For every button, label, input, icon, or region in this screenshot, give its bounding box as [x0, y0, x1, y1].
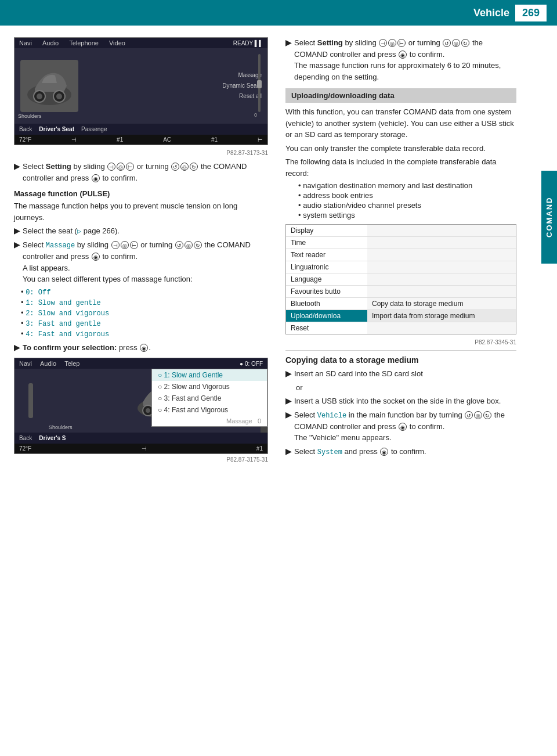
row-favourites: Favourites butto [286, 286, 516, 298]
massage-function-heading: Massage function (PULSE) [14, 189, 268, 198]
vehicle-code: Vehicle [317, 412, 346, 420]
bullet-select-massage: ▶ Select Massage by sliding ⊣◎⊢ or turni… [14, 239, 268, 285]
screenshot2-shoulder: Shoulders [49, 424, 73, 430]
row-upload-download: Upload/downloa Import data from storage … [286, 310, 516, 322]
shoulder-label: Shoulders [18, 113, 42, 119]
dropdown-item-1[interactable]: ○ 1: Slow and Gentle [152, 369, 267, 381]
data-bullets: • navigation destination memory and last… [291, 181, 516, 219]
settings-table-caption: P82.87-3345-31 [285, 339, 516, 345]
screenshot1: Navi Audio Telephone Video READY ▌▌ [14, 37, 268, 145]
row-language: Language [286, 273, 516, 286]
screenshot1-right-labels: Massage Dynamic Sea... Reset all [222, 70, 262, 102]
bullet-select-seat: ▶ Select the seat (▷ page 266). [14, 225, 268, 237]
upload-intro2: You can only transfer the complete trans… [285, 143, 516, 154]
upload-intro1: With this function, you can transfer COM… [285, 106, 516, 141]
dropdown-massage-label: Massage 0 [152, 416, 267, 426]
system-code: System [317, 448, 342, 456]
arrow-icon4: ▶ [14, 342, 20, 354]
arrow-icon-c1: ▶ [285, 368, 291, 380]
massage-code: Massage [46, 242, 75, 250]
bullet-nav: • navigation destination memory and last… [298, 181, 516, 190]
screenshot1-status: READY ▌▌ [233, 40, 263, 46]
dropdown-item-2[interactable]: ○ 2: Slow and Vigorous [152, 381, 267, 393]
setting-bold: Setting [46, 162, 71, 171]
copy-heading: Copying data to a storage medium [285, 355, 516, 365]
massage-intro: The massage function helps you to preven… [14, 200, 268, 223]
svg-point-3 [37, 93, 42, 99]
copy-step4: ▶ Select System and press ◉ to confirm. [285, 446, 516, 458]
list-item-4: • 4: Fast and vigorous [21, 329, 268, 339]
row-text-reader: Text reader [286, 249, 516, 261]
row-reset: Reset [286, 322, 516, 334]
nav-video: Video [109, 39, 125, 46]
right-column: ▶ Select Setting by sliding ⊣◎⊢ or turni… [278, 37, 545, 467]
list-item-3: • 3: Fast and gentle [21, 319, 268, 328]
slider-handle [257, 80, 262, 88]
copy-section-line [285, 350, 516, 351]
dropdown-menu[interactable]: ○ 1: Slow and Gentle ○ 2: Slow and Vigor… [151, 369, 267, 427]
arrow-icon-c4: ▶ [285, 446, 291, 458]
dropdown-item-4[interactable]: ○ 4: Fast and Vigorous [152, 404, 267, 416]
screenshot1-nav: Navi Audio Telephone Video READY ▌▌ [15, 38, 267, 48]
screenshot1-status-bar: 72°F ⊣ #1 AC #1 ⊢ [15, 135, 267, 145]
page-header: Vehicle 269 [0, 0, 557, 26]
page-number: 269 [515, 5, 547, 21]
list-item-2: • 2: Slow and vigorous [21, 308, 268, 318]
bullet-audio: • audio station/video channel presets [298, 201, 516, 210]
list-item-0: • 0: Off [21, 287, 268, 297]
arrow-icon3: ▶ [14, 239, 20, 285]
footer-driver-seat: Driver's Seat [39, 126, 74, 132]
screenshot1-body: Massage Dynamic Sea... Reset all 0 Shoul… [15, 48, 267, 124]
screenshot2-footer: Back Driver's S [15, 433, 267, 444]
massage-list: • 0: Off • 1: Slow and gentle • 2: Slow … [14, 287, 268, 339]
upload-section-band: Uploading/downloading data [285, 88, 516, 103]
bullet-system: • system settings [298, 211, 516, 219]
footer-passenger: Passenge [81, 126, 107, 132]
settings-table: Display Time Text reader Linguatronic La… [285, 224, 516, 334]
bullet-address: • address book entries [298, 191, 516, 200]
screenshot2-caption: P82.87-3175-31 [14, 456, 268, 463]
para1-select-setting: ▶ Select Setting by sliding ⊣◎⊢ or turni… [14, 161, 268, 183]
screenshot2: Navi Audio Telep ● 0: OFF [14, 358, 268, 454]
arrow-icon-r1: ▶ [285, 37, 291, 82]
arrow-icon-c2: ▶ [285, 395, 291, 407]
page-title: Vehicle [0, 7, 509, 19]
zero-label: 0 [254, 112, 257, 118]
list-item-1: • 1: Slow and gentle [21, 298, 268, 307]
right-para1: ▶ Select Setting by sliding ⊣◎⊢ or turni… [285, 37, 516, 82]
footer-back: Back [19, 126, 32, 132]
row-display: Display [286, 225, 516, 237]
copy-step3: ▶ Select Vehicle in the main function ba… [285, 409, 516, 444]
svg-point-8 [146, 408, 150, 413]
screenshot1-caption: P82.87-3173-31 [14, 150, 268, 156]
screenshot2-body: Shoulders ○ 1: Slow and Gentle ○ 2: Slow… [15, 369, 267, 433]
screenshot1-car-image [20, 60, 78, 112]
copy-or: or [296, 382, 516, 394]
main-content: Navi Audio Telephone Video READY ▌▌ [0, 26, 557, 479]
upload-intro3: The following data is included in the co… [285, 156, 516, 179]
left-column: Navi Audio Telephone Video READY ▌▌ [0, 37, 278, 467]
dropdown-item-3[interactable]: ○ 3: Fast and Gentle [152, 393, 267, 404]
copy-step2: ▶ Insert a USB stick into the socket on … [285, 395, 516, 407]
row-bluetooth: Bluetooth Copy data to storage medium [286, 298, 516, 310]
bullet-confirm-selection: ▶ To confirm your selection: press ◉. [14, 342, 268, 354]
arrow-icon: ▶ [14, 161, 20, 183]
screenshot1-footer: Back Driver's Seat Passenge [15, 124, 267, 135]
arrow-icon2: ▶ [14, 225, 20, 237]
arrow-icon-c3: ▶ [285, 409, 291, 444]
svg-point-4 [56, 93, 62, 99]
screenshot2-status: 72°F ⊣ #1 [15, 444, 267, 453]
row-linguatronic: Linguatronic [286, 261, 516, 273]
nav-audio: Audio [42, 39, 59, 46]
screenshot2-nav: Navi Audio Telep ● 0: OFF [15, 358, 267, 369]
nav-navi: Navi [19, 39, 32, 46]
nav-telephone: Telephone [69, 39, 99, 46]
copy-step1: ▶ Insert an SD card into the SD card slo… [285, 368, 516, 380]
row-time: Time [286, 237, 516, 249]
